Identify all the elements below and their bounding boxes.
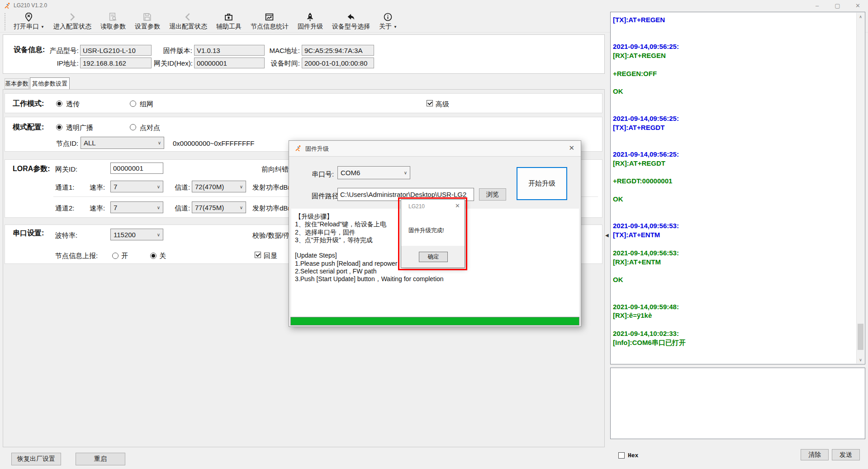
device-time-field[interactable]: 2000-01-01,00:00:80 (302, 57, 374, 68)
toolbar-enter-config-button[interactable]: 进入配置状态 (49, 11, 96, 32)
log-line: 2021-09-14,09:59:48: (613, 302, 855, 311)
advanced-label: 高级 (436, 100, 449, 109)
log-line (613, 293, 855, 302)
close-button[interactable]: ✕ (848, 0, 868, 11)
channel1-power-label: 发射功率dBm (252, 183, 294, 192)
tab-basic-params[interactable]: 基本参数 (5, 78, 29, 89)
maximize-button[interactable]: ▢ (827, 0, 848, 11)
node-id-range-label: 0x00000000~0xFFFFFFFF (173, 139, 254, 147)
toolbar-about-button[interactable]: 关于▼ (375, 11, 402, 32)
echo-label: 回显 (264, 252, 277, 260)
node-id-select[interactable]: ALL∨ (81, 137, 164, 149)
lora-gateway-id-input[interactable]: 00000001 (110, 163, 163, 174)
send-input-area[interactable] (610, 368, 865, 439)
log-line (613, 320, 855, 329)
chevron-right-icon (67, 12, 77, 22)
channel2-power-label: 发射功率dBm (252, 204, 294, 213)
toolbar-firmware-upgrade-button[interactable]: 固件升级 (293, 11, 327, 32)
channel2-rate-select[interactable]: 7∨ (110, 201, 163, 213)
log-line (613, 239, 855, 249)
log-line: 2021-09-14,09:56:25: (613, 42, 855, 51)
gateway-id-hex-field[interactable]: 00000001 (194, 57, 265, 68)
log-line: +REGDT:00000001 (613, 177, 855, 186)
echo-checkbox[interactable] (255, 252, 261, 258)
com-port-select[interactable]: COM6∨ (337, 166, 410, 179)
node-stats-icon (265, 12, 274, 22)
log-line (613, 284, 855, 293)
toolbar-open-serial-button[interactable]: 打开串口▼ (9, 11, 49, 32)
toolbar-set-params-button[interactable]: 设置参数 (130, 11, 165, 32)
log-line (613, 141, 855, 150)
channel2-label: 通道2: (55, 204, 75, 213)
mode-config-label: 模式配置: (13, 123, 44, 132)
mode-radio-p2p[interactable] (130, 124, 136, 130)
node-report-radio-off[interactable] (150, 253, 157, 259)
ip-address-field[interactable]: 192.168.8.162 (80, 57, 152, 68)
dropdown-caret-icon[interactable]: ▼ (41, 25, 44, 29)
channel2-rate-label: 速率: (90, 204, 105, 213)
product-model-label: 产品型号: (45, 47, 79, 55)
gateway-id-hex-label: 网关ID(Hex): (154, 59, 192, 68)
message-box-text: 固件升级完成! (408, 227, 444, 234)
splitter-collapse-icon[interactable]: ◀ (605, 233, 609, 238)
message-box-close-icon[interactable]: ✕ (455, 202, 460, 209)
mode-radio-broadcast[interactable] (56, 124, 62, 130)
ok-button[interactable]: 确定 (419, 252, 448, 262)
work-mode-band (5, 93, 602, 113)
send-button[interactable]: 发送 (832, 449, 860, 460)
tab-other-params[interactable]: 其他参数设置 (30, 77, 70, 90)
log-line (613, 213, 855, 222)
start-upgrade-button[interactable]: 开始升级 (517, 167, 567, 200)
toolbar-device-model-button[interactable]: 设备型号选择 (327, 11, 375, 32)
com-port-label: 串口号: (312, 170, 334, 179)
log-line: 2021-09-14,09:56:25: (613, 150, 855, 159)
scroll-up-icon[interactable]: ∧ (857, 13, 864, 20)
toolbar-aux-tools-button[interactable]: 辅助工具 (212, 11, 246, 32)
node-report-off-label: 关 (159, 252, 166, 260)
log-line (613, 60, 855, 69)
log-line (613, 186, 855, 195)
firmware-version-field[interactable]: V1.0.13 (194, 45, 265, 56)
scrollbar-thumb[interactable] (858, 324, 863, 350)
log-line (613, 96, 855, 105)
dialog-logo-icon (294, 144, 302, 152)
product-model-field[interactable]: USR-LG210-L-10 (80, 45, 152, 56)
hex-checkbox[interactable] (618, 452, 625, 459)
device-time-label: 设备时间: (265, 59, 300, 68)
clear-button[interactable]: 清除 (801, 449, 829, 460)
work-mode-radio-transparent[interactable] (56, 100, 62, 107)
factory-reset-button[interactable]: 恢复出厂设置 (11, 453, 61, 465)
log-line: OK (613, 275, 855, 284)
toolbar-exit-config-button[interactable]: 退出配置状态 (165, 11, 212, 32)
toolbar-node-stats-button[interactable]: 节点信息统计 (246, 11, 293, 32)
channel1-channel-select[interactable]: 72(470M)∨ (192, 181, 246, 192)
log-panel[interactable]: [TX]:AT+REGEN2021-09-14,09:56:25:[RX]:AT… (610, 12, 865, 364)
log-scrollbar[interactable]: ∧ ∨ (856, 13, 864, 364)
minimize-button[interactable]: – (807, 0, 827, 11)
work-mode-option-label: 组网 (140, 100, 153, 109)
scroll-down-icon[interactable]: ∨ (857, 356, 864, 364)
toolbar-gripper (5, 13, 5, 30)
log-line (613, 132, 855, 141)
log-line (613, 24, 855, 34)
baud-rate-select[interactable]: 115200∨ (110, 229, 163, 240)
chevron-down-icon: ∨ (404, 170, 407, 175)
log-line: 2021-09-14,09:56:53: (613, 249, 855, 258)
browse-button[interactable]: 浏览 (479, 188, 506, 201)
log-line: [Info]:COM6串口已打开 (613, 338, 855, 347)
advanced-checkbox[interactable] (427, 100, 433, 106)
channel1-rate-select[interactable]: 7∨ (110, 181, 163, 192)
dropdown-caret-icon[interactable]: ▼ (394, 25, 397, 29)
mac-address-field[interactable]: 9C:A5:25:94:7A:3A (302, 45, 374, 56)
restart-button[interactable]: 重启 (76, 453, 125, 465)
work-mode-radio-network[interactable] (130, 100, 136, 107)
log-line (613, 266, 855, 275)
dialog-close-icon[interactable]: ✕ (569, 144, 574, 152)
toolbar-read-params-button[interactable]: 读取参数 (96, 11, 130, 32)
node-id-label: 节点ID: (56, 139, 78, 148)
firmware-version-label: 固件版本: (156, 47, 192, 55)
channel2-channel-label: 信道: (175, 204, 190, 213)
channel2-channel-select[interactable]: 77(475M)∨ (192, 201, 246, 213)
node-report-radio-on[interactable] (112, 253, 119, 259)
baud-rate-label: 波特率: (55, 231, 77, 240)
